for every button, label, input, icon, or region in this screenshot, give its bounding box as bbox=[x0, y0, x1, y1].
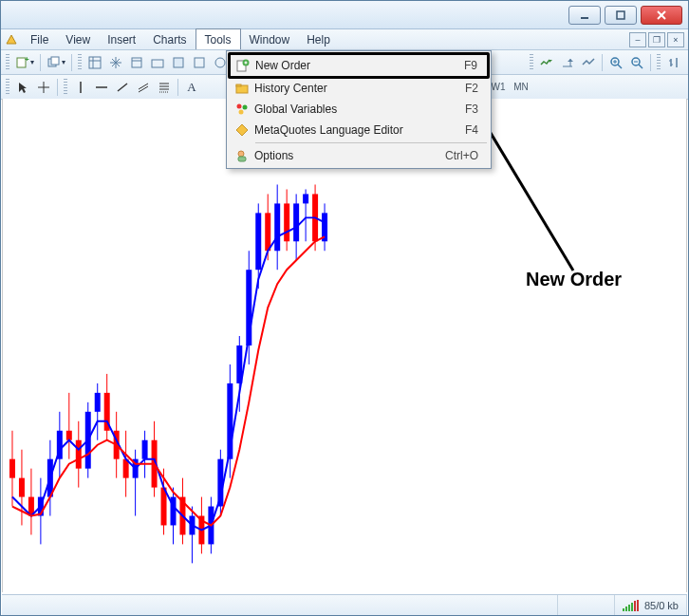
chart-shift-button[interactable] bbox=[557, 52, 578, 73]
minimize-button[interactable] bbox=[568, 6, 601, 25]
svg-rect-122 bbox=[236, 84, 241, 86]
candlestick-chart[interactable] bbox=[3, 99, 686, 592]
text-label-button[interactable]: A bbox=[181, 77, 202, 98]
navigator-button[interactable] bbox=[105, 52, 126, 73]
toolbar-grip[interactable] bbox=[6, 54, 9, 71]
svg-line-44 bbox=[139, 86, 148, 92]
app-window: File View Insert Charts Tools Window Hel… bbox=[0, 0, 689, 616]
timeframe-bar: W1 MN bbox=[487, 78, 532, 97]
menu-separator bbox=[255, 142, 487, 143]
svg-rect-112 bbox=[303, 194, 308, 203]
close-button[interactable] bbox=[641, 6, 682, 25]
toolbar-grip[interactable] bbox=[6, 79, 9, 96]
svg-rect-102 bbox=[255, 213, 261, 270]
tb-button-a[interactable] bbox=[189, 52, 210, 73]
mdi-minimize-button[interactable]: – bbox=[629, 32, 646, 47]
fibonacci-button[interactable] bbox=[154, 77, 175, 98]
svg-line-27 bbox=[618, 65, 622, 68]
terminal-button[interactable] bbox=[147, 52, 168, 73]
svg-marker-126 bbox=[236, 124, 248, 136]
vertical-line-button[interactable] bbox=[70, 77, 91, 98]
options-icon bbox=[230, 149, 254, 162]
toolbar-grip[interactable] bbox=[64, 79, 67, 96]
toolbar-grip[interactable] bbox=[657, 54, 661, 71]
zoom-in-button[interactable] bbox=[605, 52, 626, 73]
svg-point-123 bbox=[237, 104, 242, 109]
plus-icon bbox=[231, 59, 255, 72]
menu-insert[interactable]: Insert bbox=[99, 29, 144, 49]
menu-charts[interactable]: Charts bbox=[144, 29, 195, 49]
menu-tools[interactable]: Tools bbox=[196, 28, 241, 49]
menu-item-label: Options bbox=[254, 149, 445, 162]
menu-item-label: New Order bbox=[255, 59, 464, 72]
menu-view[interactable]: View bbox=[57, 29, 99, 49]
svg-text:+: + bbox=[25, 55, 29, 64]
crosshair-button[interactable] bbox=[33, 77, 54, 98]
timeframe-mn[interactable]: MN bbox=[510, 78, 532, 97]
menu-item-label: History Center bbox=[254, 82, 465, 95]
menu-metaeditor[interactable]: MetaQuotes Language Editor F4 bbox=[229, 120, 489, 140]
editor-icon bbox=[230, 123, 254, 137]
svg-rect-9 bbox=[89, 57, 101, 68]
zoom-out-button[interactable] bbox=[626, 52, 647, 73]
svg-point-127 bbox=[238, 151, 244, 157]
menu-global-variables[interactable]: Global Variables F3 bbox=[229, 99, 489, 120]
mdi-close-button[interactable]: × bbox=[667, 32, 684, 47]
menu-window[interactable]: Window bbox=[241, 29, 299, 49]
maximize-button[interactable] bbox=[605, 6, 637, 25]
svg-rect-1 bbox=[617, 11, 624, 19]
menu-item-shortcut: F2 bbox=[465, 82, 488, 95]
status-connection[interactable]: 85/0 kb bbox=[615, 595, 687, 615]
horizontal-line-button[interactable] bbox=[91, 77, 112, 98]
strategy-tester-button[interactable] bbox=[168, 52, 189, 73]
menu-item-label: Global Variables bbox=[254, 103, 465, 116]
svg-marker-37 bbox=[19, 83, 27, 93]
svg-marker-4 bbox=[7, 35, 16, 44]
auto-scroll-button[interactable] bbox=[536, 52, 557, 73]
data-window-button[interactable] bbox=[126, 52, 147, 73]
svg-rect-78 bbox=[142, 440, 148, 459]
market-watch-button[interactable] bbox=[84, 52, 105, 73]
new-chart-button[interactable]: +▾ bbox=[12, 52, 37, 73]
menu-history-center[interactable]: History Center F2 bbox=[229, 78, 489, 99]
mdi-controls: – ❐ × bbox=[627, 29, 688, 49]
status-empty bbox=[558, 595, 615, 615]
app-icon bbox=[1, 29, 22, 49]
connection-bars-icon bbox=[623, 600, 639, 611]
menu-item-shortcut: F9 bbox=[464, 59, 487, 72]
svg-point-124 bbox=[243, 105, 248, 110]
cursor-button[interactable] bbox=[12, 77, 33, 98]
tools-dropdown: New Order F9 History Center F2 Global Va… bbox=[226, 50, 492, 169]
menu-new-order[interactable]: New Order F9 bbox=[228, 52, 490, 79]
status-help bbox=[2, 595, 558, 615]
menubar: File View Insert Charts Tools Window Hel… bbox=[1, 29, 688, 50]
svg-marker-25 bbox=[568, 59, 573, 62]
svg-rect-50 bbox=[9, 459, 15, 478]
window-controls bbox=[568, 6, 688, 25]
trendline-button[interactable] bbox=[112, 77, 133, 98]
mdi-restore-button[interactable]: ❐ bbox=[648, 32, 665, 47]
menu-help[interactable]: Help bbox=[298, 29, 339, 49]
menu-file[interactable]: File bbox=[22, 29, 57, 49]
svg-rect-16 bbox=[132, 58, 141, 67]
menu-item-shortcut: Ctrl+O bbox=[445, 149, 488, 162]
svg-line-42 bbox=[118, 84, 127, 91]
svg-rect-128 bbox=[238, 157, 246, 161]
toolbar-grip[interactable] bbox=[530, 54, 533, 71]
indicators-button[interactable] bbox=[578, 52, 599, 73]
bar-chart-button[interactable] bbox=[663, 52, 684, 73]
svg-rect-19 bbox=[174, 58, 183, 67]
svg-rect-104 bbox=[265, 213, 270, 251]
svg-rect-62 bbox=[66, 431, 72, 440]
svg-point-125 bbox=[239, 110, 244, 115]
menu-options[interactable]: Options Ctrl+O bbox=[229, 145, 489, 166]
svg-rect-52 bbox=[19, 478, 25, 497]
channel-button[interactable] bbox=[133, 77, 154, 98]
toolbar-grip[interactable] bbox=[78, 54, 82, 71]
profiles-button[interactable]: ▾ bbox=[44, 52, 68, 73]
connection-text: 85/0 kb bbox=[644, 600, 679, 611]
chart-area[interactable] bbox=[2, 99, 687, 592]
svg-line-43 bbox=[139, 84, 148, 89]
svg-point-21 bbox=[215, 58, 225, 67]
variables-icon bbox=[230, 103, 254, 116]
